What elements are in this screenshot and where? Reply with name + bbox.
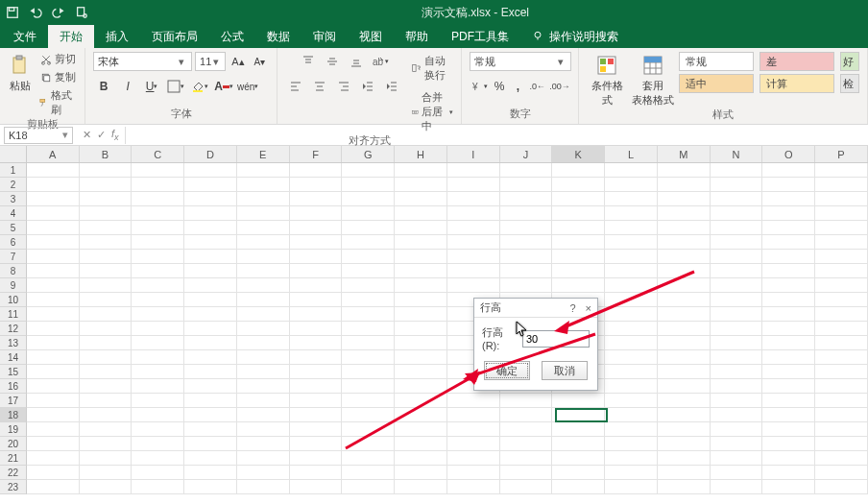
cell[interactable]	[711, 278, 763, 293]
cell[interactable]	[658, 293, 711, 307]
column-header[interactable]: L	[605, 146, 658, 162]
cell[interactable]	[80, 206, 133, 221]
cell[interactable]	[342, 350, 395, 365]
column-header[interactable]: D	[184, 146, 237, 162]
column-header[interactable]: O	[762, 146, 815, 162]
cell[interactable]	[290, 192, 343, 206]
cell[interactable]	[552, 408, 605, 422]
cell[interactable]	[447, 437, 500, 451]
cell[interactable]	[184, 451, 237, 466]
cell[interactable]	[762, 322, 815, 336]
cell[interactable]	[132, 466, 184, 480]
redo-icon[interactable]	[52, 6, 65, 19]
cell[interactable]	[184, 250, 237, 264]
style-normal[interactable]: 常规	[679, 52, 754, 71]
cell[interactable]	[711, 322, 763, 336]
cell[interactable]	[552, 394, 605, 408]
tab-insert[interactable]: 插入	[94, 25, 140, 48]
column-header[interactable]: N	[711, 146, 763, 162]
style-bad[interactable]: 差	[760, 52, 834, 71]
cell[interactable]	[290, 394, 343, 408]
cell[interactable]	[342, 250, 395, 264]
cell[interactable]	[290, 221, 343, 235]
cell[interactable]	[184, 278, 237, 293]
cell[interactable]	[815, 278, 868, 293]
cell[interactable]	[395, 221, 447, 235]
cell[interactable]	[132, 178, 184, 192]
cell[interactable]	[237, 293, 290, 307]
paste-button[interactable]: 粘贴	[8, 52, 33, 93]
cell[interactable]	[815, 307, 868, 322]
cell[interactable]	[132, 278, 184, 293]
cell[interactable]	[658, 365, 711, 379]
cell[interactable]	[395, 264, 447, 278]
column-header[interactable]: F	[290, 146, 343, 162]
cell[interactable]	[500, 264, 553, 278]
cell[interactable]	[237, 307, 290, 322]
cell[interactable]	[342, 466, 395, 480]
cell[interactable]	[395, 480, 447, 494]
column-header[interactable]: G	[342, 146, 395, 162]
cell[interactable]	[815, 178, 868, 192]
cell[interactable]	[711, 350, 763, 365]
row-header[interactable]: 16	[0, 379, 27, 394]
cell[interactable]	[27, 408, 80, 422]
cell[interactable]	[342, 451, 395, 466]
cell[interactable]	[658, 307, 711, 322]
cell[interactable]	[500, 408, 553, 422]
cell[interactable]	[80, 394, 133, 408]
cell[interactable]	[27, 235, 80, 250]
cell[interactable]	[500, 278, 553, 293]
cell[interactable]	[237, 394, 290, 408]
cell[interactable]	[184, 466, 237, 480]
column-header[interactable]: J	[500, 146, 553, 162]
column-header[interactable]: C	[132, 146, 184, 162]
percent-icon[interactable]: %	[492, 77, 507, 96]
format-painter-button[interactable]: 格式刷	[38, 88, 77, 117]
cell[interactable]	[80, 293, 133, 307]
cell[interactable]	[762, 250, 815, 264]
cell[interactable]	[500, 394, 553, 408]
cell[interactable]	[605, 365, 658, 379]
cell[interactable]	[605, 307, 658, 322]
cell[interactable]	[500, 250, 553, 264]
cell[interactable]	[80, 466, 133, 480]
cell[interactable]	[552, 422, 605, 437]
cell[interactable]	[447, 163, 500, 178]
cell[interactable]	[658, 163, 711, 178]
column-header[interactable]: M	[658, 146, 711, 162]
cell[interactable]	[27, 293, 80, 307]
cell[interactable]	[447, 466, 500, 480]
row-header[interactable]: 7	[0, 250, 27, 264]
cell[interactable]	[552, 206, 605, 221]
cell[interactable]	[184, 192, 237, 206]
cell[interactable]	[447, 278, 500, 293]
cell[interactable]	[711, 451, 763, 466]
cell[interactable]	[132, 221, 184, 235]
cell[interactable]	[762, 437, 815, 451]
row-header[interactable]: 19	[0, 422, 27, 437]
row-header[interactable]: 5	[0, 221, 27, 235]
decrease-font-icon[interactable]: A▾	[251, 52, 270, 71]
cell[interactable]	[290, 293, 343, 307]
bold-icon[interactable]: B	[93, 77, 114, 96]
underline-icon[interactable]: U▾	[141, 77, 162, 96]
cell[interactable]	[395, 336, 447, 350]
cell[interactable]	[80, 422, 133, 437]
cell[interactable]	[395, 206, 447, 221]
cell[interactable]	[447, 451, 500, 466]
cell[interactable]	[237, 422, 290, 437]
cell[interactable]	[27, 350, 80, 365]
cell[interactable]	[605, 466, 658, 480]
cell[interactable]	[762, 422, 815, 437]
cell[interactable]	[395, 307, 447, 322]
align-right-icon[interactable]	[333, 77, 354, 96]
cell[interactable]	[237, 206, 290, 221]
cell[interactable]	[711, 365, 763, 379]
cell[interactable]	[552, 250, 605, 264]
cell[interactable]	[711, 235, 763, 250]
tab-home[interactable]: 开始	[48, 25, 94, 48]
cell[interactable]	[290, 408, 343, 422]
row-header[interactable]: 14	[0, 350, 27, 365]
cell[interactable]	[184, 394, 237, 408]
